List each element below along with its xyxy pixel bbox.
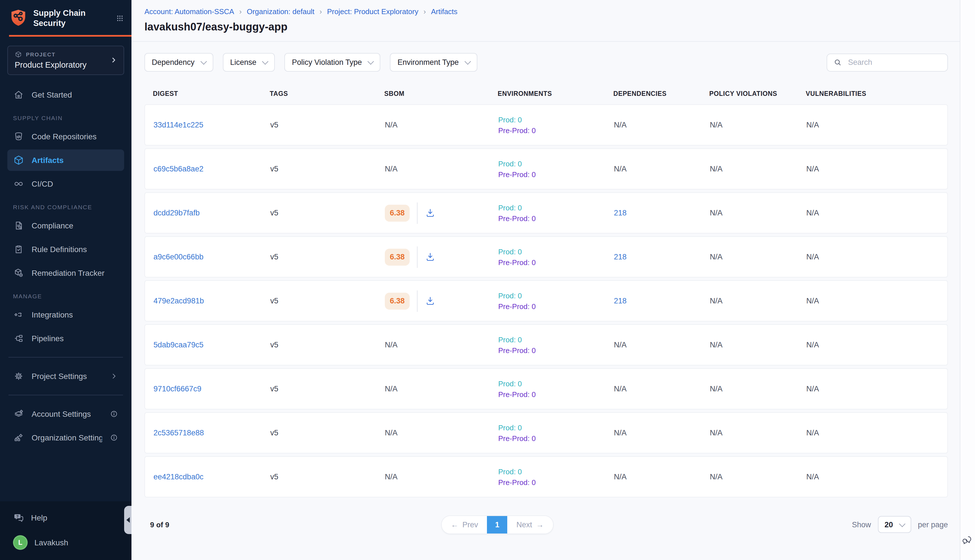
sidebar-item-help[interactable]: ? Help — [13, 508, 119, 527]
table-row[interactable]: dcdd29b7fafbv56.38Prod: 0Pre-Prod: 0218N… — [144, 192, 948, 233]
table-row[interactable]: a9c6e00c66bbv56.38Prod: 0Pre-Prod: 0218N… — [144, 236, 948, 277]
sidebar-item-remediation-tracker[interactable]: Remediation Tracker — [7, 262, 124, 284]
column-header-digest: DIGEST — [153, 90, 270, 97]
env-preprod-count[interactable]: Pre-Prod: 0 — [498, 169, 536, 180]
left-arrow-icon: ← — [451, 520, 458, 529]
breadcrumb-separator: › — [239, 7, 242, 16]
feedback-chat-icon[interactable] — [962, 535, 973, 545]
digest-link[interactable]: c69c5b6a8ae2 — [154, 165, 204, 173]
table-row[interactable]: 479e2acd981bv56.38Prod: 0Pre-Prod: 0218N… — [144, 280, 948, 322]
sidebar-divider — [8, 357, 123, 358]
search-input[interactable] — [847, 58, 941, 67]
env-prod-count[interactable]: Prod: 0 — [498, 466, 536, 477]
dependencies-count-link[interactable]: 218 — [614, 297, 626, 305]
digest-link[interactable]: 479e2acd981b — [154, 297, 204, 305]
sidebar-item-project-settings[interactable]: Project Settings — [7, 365, 124, 387]
env-preprod-count[interactable]: Pre-Prod: 0 — [498, 301, 536, 312]
table-row[interactable]: 33d114e1c225v5N/AProd: 0Pre-Prod: 0N/AN/… — [144, 104, 948, 145]
digest-link[interactable]: 33d114e1c225 — [154, 121, 204, 129]
sbom-score-badge: 6.38 — [385, 292, 410, 309]
info-icon — [109, 433, 119, 442]
sidebar-item-rule-definitions[interactable]: Rule Definitions — [7, 238, 124, 260]
breadcrumb-link-account-automation-ssca[interactable]: Account: Automation-SSCA — [144, 7, 234, 16]
breadcrumb-link-artifacts[interactable]: Artifacts — [431, 7, 457, 16]
page-header: Account: Automation-SSCA›Organization: d… — [132, 0, 960, 42]
dependencies-value: N/A — [614, 121, 626, 129]
dependencies-count-link[interactable]: 218 — [614, 209, 626, 217]
chevron-down-icon — [899, 520, 905, 527]
project-name: Product Exploratory — [15, 60, 109, 69]
env-preprod-count[interactable]: Pre-Prod: 0 — [498, 345, 536, 355]
project-selector[interactable]: PROJECT Product Exploratory — [7, 46, 124, 75]
prev-page-button[interactable]: ← Prev — [442, 516, 487, 533]
sidebar-item-pipelines[interactable]: Pipelines — [7, 328, 124, 349]
module-switcher-grid-icon[interactable] — [116, 14, 124, 22]
right-arrow-icon: → — [536, 520, 544, 529]
env-prod-count[interactable]: Prod: 0 — [498, 422, 536, 433]
env-preprod-count[interactable]: Pre-Prod: 0 — [498, 125, 536, 136]
vulnerabilities-value: N/A — [806, 253, 819, 261]
table-row[interactable]: 2c5365718e88v5N/AProd: 0Pre-Prod: 0N/AN/… — [144, 412, 948, 453]
env-prod-count[interactable]: Prod: 0 — [498, 334, 536, 345]
dependencies-count-link[interactable]: 218 — [614, 253, 626, 261]
page-number-button[interactable]: 1 — [487, 516, 508, 533]
vulnerabilities-value: N/A — [806, 428, 819, 437]
table-row[interactable]: 9710cf6667c9v5N/AProd: 0Pre-Prod: 0N/AN/… — [144, 368, 948, 410]
divider — [417, 290, 417, 312]
env-prod-count[interactable]: Prod: 0 — [498, 290, 536, 301]
env-preprod-count[interactable]: Pre-Prod: 0 — [498, 477, 536, 488]
chevron-down-icon — [465, 58, 471, 65]
breadcrumb-link-organization-default[interactable]: Organization: default — [247, 7, 315, 16]
divider — [417, 246, 417, 268]
digest-link[interactable]: 5dab9caa79c5 — [154, 341, 204, 349]
sbom-value: N/A — [385, 121, 397, 129]
project-label: PROJECT — [26, 51, 55, 58]
table-row[interactable]: c69c5b6a8ae2v5N/AProd: 0Pre-Prod: 0N/AN/… — [144, 148, 948, 190]
split-arrows-icon — [13, 309, 24, 320]
digest-link[interactable]: 2c5365718e88 — [154, 428, 204, 437]
env-preprod-count[interactable]: Pre-Prod: 0 — [498, 389, 536, 400]
sidebar-footer: ? Help L Lavakush — [0, 502, 132, 560]
download-sbom-icon[interactable] — [425, 295, 436, 306]
filter-dropdown-policy-violation-type[interactable]: Policy Violation Type — [285, 53, 381, 72]
digest-link[interactable]: ee4218cdba0c — [154, 473, 204, 481]
table-row[interactable]: 5dab9caa79c5v5N/AProd: 0Pre-Prod: 0N/AN/… — [144, 324, 948, 365]
sidebar-item-get-started[interactable]: Get Started — [7, 84, 124, 105]
download-sbom-icon[interactable] — [425, 252, 436, 262]
sidebar-collapse-handle[interactable] — [124, 506, 132, 534]
sidebar-item-compliance[interactable]: Compliance — [7, 215, 124, 236]
env-prod-count[interactable]: Prod: 0 — [498, 202, 536, 213]
digest-link[interactable]: 9710cf6667c9 — [154, 385, 202, 393]
sidebar-item-organization-settings[interactable]: Organization Settings — [7, 427, 124, 448]
env-preprod-count[interactable]: Pre-Prod: 0 — [498, 257, 536, 268]
sidebar-item-integrations[interactable]: Integrations — [7, 304, 124, 325]
sidebar-item-ci-cd[interactable]: CI/CD — [7, 173, 124, 195]
filter-dropdown-environment-type[interactable]: Environment Type — [390, 53, 477, 72]
sidebar-item-artifacts[interactable]: Artifacts — [7, 150, 124, 171]
breadcrumb-link-project-product-exploratory[interactable]: Project: Product Exploratory — [327, 7, 418, 16]
tag-value: v5 — [270, 473, 279, 481]
env-preprod-count[interactable]: Pre-Prod: 0 — [498, 213, 536, 223]
page-size-select[interactable]: 20 — [878, 516, 911, 533]
digest-link[interactable]: dcdd29b7fafb — [154, 209, 200, 217]
per-page-label: per page — [918, 520, 948, 529]
env-prod-count[interactable]: Prod: 0 — [498, 158, 536, 169]
filter-dropdown-license[interactable]: License — [223, 53, 275, 72]
sidebar-item-code-repositories[interactable]: Code Repositories — [7, 126, 124, 147]
vulnerabilities-value: N/A — [806, 297, 819, 305]
next-page-button[interactable]: Next → — [508, 516, 553, 533]
env-prod-count[interactable]: Prod: 0 — [498, 246, 536, 257]
download-sbom-icon[interactable] — [425, 208, 436, 218]
env-preprod-count[interactable]: Pre-Prod: 0 — [498, 433, 536, 443]
dependencies-value: N/A — [614, 385, 626, 393]
clipboard-check-icon — [13, 243, 24, 255]
search-field[interactable] — [826, 53, 948, 71]
env-prod-count[interactable]: Prod: 0 — [498, 378, 536, 389]
env-prod-count[interactable]: Prod: 0 — [498, 114, 536, 125]
table-row[interactable]: ee4218cdba0cv5N/AProd: 0Pre-Prod: 0N/AN/… — [144, 456, 948, 497]
filter-dropdown-dependency[interactable]: Dependency — [144, 53, 213, 72]
digest-link[interactable]: a9c6e00c66bb — [154, 253, 204, 261]
sidebar-item-account-settings[interactable]: Account Settings — [7, 403, 124, 425]
chevron-down-icon — [262, 58, 269, 65]
user-profile[interactable]: L Lavakush — [13, 533, 119, 552]
